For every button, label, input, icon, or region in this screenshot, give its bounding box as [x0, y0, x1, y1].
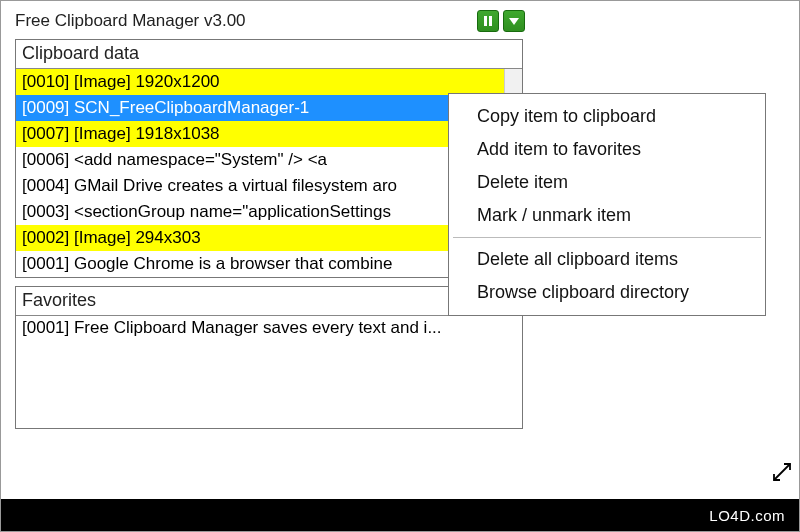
svg-marker-2: [509, 18, 519, 25]
clipboard-list[interactable]: [0010] [Image] 1920x1200[0009] SCN_FreeC…: [16, 69, 522, 277]
context-menu-item[interactable]: Delete all clipboard items: [449, 243, 765, 276]
footer-bar: LO4D.com: [1, 499, 799, 531]
resize-handle[interactable]: [771, 461, 793, 483]
favorites-row[interactable]: [0001] Free Clipboard Manager saves ever…: [22, 318, 516, 338]
titlebar-buttons: [477, 10, 525, 32]
clipboard-row[interactable]: [0009] SCN_FreeClipboardManager-1: [16, 95, 504, 121]
clipboard-row[interactable]: [0002] [Image] 294x303: [16, 225, 504, 251]
chevron-down-icon: [508, 15, 520, 27]
app-frame: Free Clipboard Manager v3.00 Clipboard d…: [0, 0, 800, 532]
context-menu-item[interactable]: Copy item to clipboard: [449, 100, 765, 133]
clipboard-row[interactable]: [0003] <sectionGroup name="applicationSe…: [16, 199, 504, 225]
context-menu-separator: [453, 237, 761, 238]
clipboard-panel: Clipboard data [0010] [Image] 1920x1200[…: [15, 39, 523, 278]
favorites-list[interactable]: [0001] Free Clipboard Manager saves ever…: [16, 316, 522, 428]
svg-rect-1: [489, 16, 492, 26]
footer-brand: LO4D.com: [709, 507, 785, 524]
context-menu-item[interactable]: Browse clipboard directory: [449, 276, 765, 309]
window-title: Free Clipboard Manager v3.00: [15, 11, 477, 31]
menu-dropdown-button[interactable]: [503, 10, 525, 32]
clipboard-row[interactable]: [0006] <add namespace="System" /> <a: [16, 147, 504, 173]
pause-button[interactable]: [477, 10, 499, 32]
clipboard-row[interactable]: [0010] [Image] 1920x1200: [16, 69, 504, 95]
pause-icon: [482, 15, 494, 27]
resize-icon: [771, 461, 793, 483]
clipboard-row[interactable]: [0001] Google Chrome is a browser that c…: [16, 251, 504, 277]
context-menu-item[interactable]: Add item to favorites: [449, 133, 765, 166]
context-menu-item[interactable]: Mark / unmark item: [449, 199, 765, 232]
svg-line-3: [774, 464, 790, 480]
svg-rect-0: [484, 16, 487, 26]
favorites-panel: Favorites [0001] Free Clipboard Manager …: [15, 286, 523, 429]
clipboard-panel-header: Clipboard data: [16, 40, 522, 69]
context-menu-item[interactable]: Delete item: [449, 166, 765, 199]
clipboard-row[interactable]: [0007] [Image] 1918x1038: [16, 121, 504, 147]
context-menu: Copy item to clipboardAdd item to favori…: [448, 93, 766, 316]
clipboard-row[interactable]: [0004] GMail Drive creates a virtual fil…: [16, 173, 504, 199]
favorites-panel-header: Favorites: [16, 287, 522, 316]
titlebar: Free Clipboard Manager v3.00: [9, 7, 529, 35]
